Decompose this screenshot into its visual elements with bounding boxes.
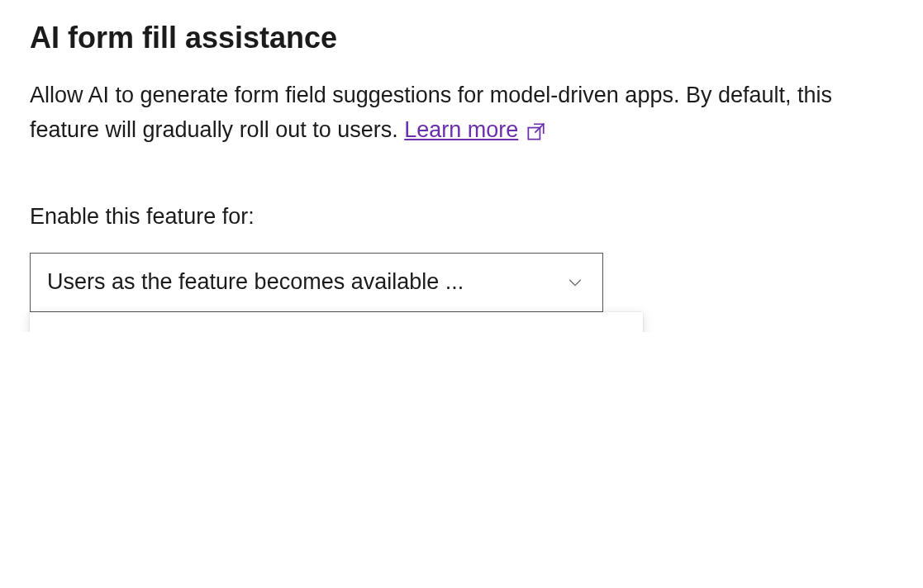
chevron-down-icon <box>566 273 584 292</box>
section-title: AI form fill assistance <box>30 20 893 55</box>
section-description: Allow AI to generate form field suggesti… <box>30 78 893 148</box>
selected-value: Users as the feature becomes available .… <box>47 269 464 295</box>
enable-feature-select-wrap: Users as the feature becomes available .… <box>30 253 603 312</box>
enable-feature-dropdown: All users immediately Users as the featu… <box>30 312 643 332</box>
learn-more-label: Learn more <box>404 113 518 148</box>
external-link-icon <box>525 121 546 143</box>
enable-feature-select[interactable]: Users as the feature becomes available .… <box>30 253 603 312</box>
enable-feature-label: Enable this feature for: <box>30 204 893 230</box>
learn-more-link[interactable]: Learn more <box>404 113 546 148</box>
option-all-users[interactable]: All users immediately <box>30 312 643 332</box>
